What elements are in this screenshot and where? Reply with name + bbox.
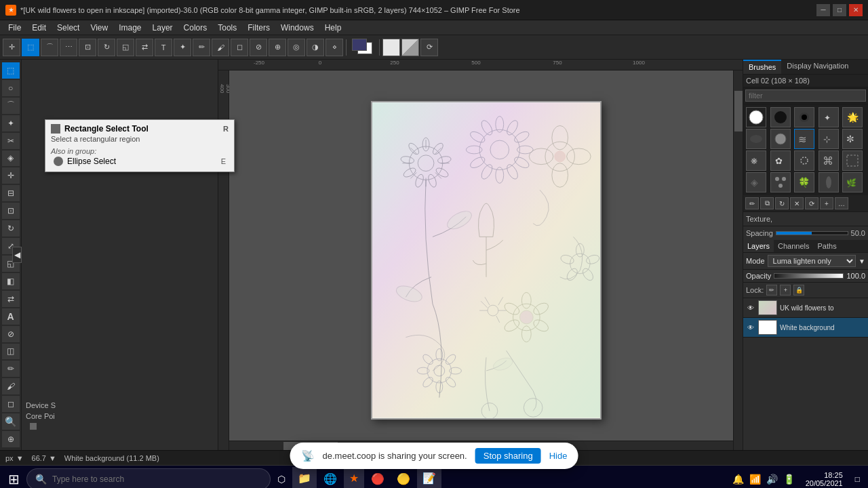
- toolbox-move[interactable]: ✛: [2, 167, 20, 184]
- brush-edit-btn[interactable]: ✏: [745, 197, 759, 209]
- tool-swap[interactable]: ⟳: [420, 39, 438, 56]
- taskbar-app2[interactable]: 🟡: [391, 467, 416, 489]
- brush-cell-5[interactable]: 🌟: [842, 107, 863, 127]
- menu-image[interactable]: Image: [113, 22, 146, 34]
- brush-cell-6[interactable]: [746, 129, 766, 149]
- tray-wifi-icon[interactable]: 📶: [748, 472, 762, 486]
- tool-crop[interactable]: ⊡: [79, 39, 96, 56]
- brush-refresh-btn[interactable]: ↻: [775, 197, 789, 209]
- tray-notifications-icon[interactable]: 🔔: [731, 472, 745, 486]
- foreground-color-swatch[interactable]: [352, 39, 367, 51]
- foreground-pattern[interactable]: [382, 39, 400, 56]
- tool-dodge[interactable]: ◑: [307, 39, 324, 56]
- taskbar-chrome[interactable]: 🔴: [366, 467, 390, 489]
- toolbox-crop[interactable]: ⊡: [2, 203, 20, 219]
- brush-cell-14[interactable]: ⌘: [818, 150, 839, 171]
- brush-cell-1[interactable]: [746, 107, 766, 127]
- menu-layer[interactable]: Layer: [147, 22, 178, 34]
- taskbar-file-explorer[interactable]: 📁: [292, 467, 317, 489]
- toolbox-text[interactable]: A: [2, 308, 20, 325]
- search-input[interactable]: [52, 474, 188, 484]
- tab-channels[interactable]: Channels: [774, 240, 813, 252]
- tool-clone[interactable]: ⊕: [269, 39, 286, 56]
- menu-help[interactable]: Help: [319, 22, 347, 34]
- tool-bucket[interactable]: ⊘: [250, 39, 267, 56]
- brush-filter-input[interactable]: [745, 89, 866, 102]
- tool-erase[interactable]: ◻: [231, 39, 248, 56]
- brush-delete-btn[interactable]: ✕: [790, 197, 804, 209]
- tool-lasso[interactable]: ⌒: [41, 39, 58, 56]
- toolbox-pencil[interactable]: ✏: [2, 361, 20, 377]
- brush-reload-btn[interactable]: ⟳: [805, 197, 818, 209]
- toolbox-fg-select[interactable]: ◈: [2, 150, 20, 167]
- brush-cell-4[interactable]: ✦: [818, 107, 839, 127]
- canvas-scroll[interactable]: 100 200 300 400: [218, 70, 743, 450]
- panel-collapse-arrow[interactable]: ◀: [12, 247, 22, 263]
- toolbox-align[interactable]: ⊟: [2, 185, 20, 201]
- toolbox-fuzzy[interactable]: ✦: [2, 115, 20, 131]
- unit-dropdown[interactable]: ▼: [16, 454, 24, 462]
- brush-cell-3[interactable]: [794, 107, 814, 127]
- tab-paths[interactable]: Paths: [814, 240, 841, 252]
- taskbar-word[interactable]: 📝: [417, 467, 441, 489]
- toolbox-transform[interactable]: ↻: [2, 220, 20, 237]
- toolbox-paint[interactable]: 🖌: [2, 378, 20, 394]
- toolbox-erase[interactable]: ◻: [2, 396, 20, 412]
- menu-view[interactable]: View: [85, 22, 113, 34]
- toolbox-bucket[interactable]: ⊘: [2, 326, 20, 342]
- tool-pencil[interactable]: ✏: [193, 39, 210, 56]
- menu-filters[interactable]: Filters: [242, 22, 275, 34]
- toolbox-perspective[interactable]: ◧: [2, 273, 20, 289]
- tool-fuzzy[interactable]: ⋯: [60, 39, 77, 56]
- brush-cell-20[interactable]: 🌿: [842, 172, 863, 192]
- brush-cell-15[interactable]: [842, 150, 863, 171]
- toolbox-ellipse[interactable]: ○: [2, 80, 20, 96]
- color-swatches[interactable]: [352, 39, 376, 56]
- start-button[interactable]: ⊞: [3, 467, 25, 489]
- brush-cell-7[interactable]: [770, 129, 791, 149]
- brush-cell-12[interactable]: ✿: [770, 150, 791, 171]
- brush-cell-9[interactable]: ⊹: [818, 129, 839, 149]
- stop-sharing-button[interactable]: Stop sharing: [475, 448, 541, 464]
- menu-edit[interactable]: Edit: [26, 22, 52, 34]
- toolbox-rect-select[interactable]: ⬚: [2, 62, 20, 79]
- show-desktop-button[interactable]: □: [850, 467, 865, 489]
- lock-all-btn[interactable]: 🔒: [793, 285, 804, 296]
- toolbox-free-select[interactable]: ⌒: [2, 98, 20, 114]
- brush-cell-16[interactable]: ◈: [746, 172, 766, 192]
- brush-cell-19[interactable]: [818, 172, 839, 192]
- tool-rect-select[interactable]: ⬚: [22, 39, 39, 56]
- layer-row-white-bg[interactable]: 👁 White background: [743, 318, 868, 338]
- tool-move[interactable]: ✛: [3, 39, 20, 56]
- menu-tools[interactable]: Tools: [212, 22, 242, 34]
- layer-eye-white-bg[interactable]: 👁: [746, 323, 755, 332]
- close-button[interactable]: ✕: [849, 4, 863, 16]
- task-view-button[interactable]: ⬡: [272, 467, 291, 489]
- tab-display[interactable]: Display Navigation: [781, 60, 854, 74]
- opacity-bar[interactable]: [774, 273, 844, 279]
- toolbox-zoom[interactable]: 🔍: [2, 413, 20, 430]
- taskbar-gimp[interactable]: ★: [344, 467, 364, 489]
- background-pattern[interactable]: [401, 39, 419, 56]
- hide-button[interactable]: Hide: [549, 451, 568, 461]
- tool-paint[interactable]: 🖌: [212, 39, 229, 56]
- taskbar-edge[interactable]: 🌐: [318, 467, 342, 489]
- scrollbar-thumb[interactable]: [734, 91, 743, 131]
- minimize-button[interactable]: ─: [816, 4, 830, 16]
- tool-blur[interactable]: ◎: [288, 39, 305, 56]
- brush-cell-10[interactable]: ✼: [842, 129, 863, 149]
- brush-cell-11[interactable]: ❋: [746, 150, 766, 171]
- taskbar-search[interactable]: 🔍: [26, 468, 271, 489]
- mode-select[interactable]: Luma lighten only Normal Multiply Screen: [768, 255, 856, 267]
- window-controls[interactable]: ─ □ ✕: [816, 4, 863, 16]
- brush-info-btn[interactable]: …: [835, 197, 848, 209]
- toolbox-blend[interactable]: ◫: [2, 344, 20, 360]
- taskbar-clock[interactable]: 18:25 20/05/2021: [800, 471, 848, 487]
- zoom-dropdown[interactable]: ▼: [49, 454, 56, 462]
- tool-flip[interactable]: ⇄: [136, 39, 153, 56]
- brush-add-btn[interactable]: +: [820, 197, 833, 209]
- lock-position-btn[interactable]: +: [780, 285, 791, 296]
- brush-cell-2[interactable]: [770, 107, 791, 127]
- brush-duplicate-btn[interactable]: ⧉: [760, 197, 774, 209]
- menu-select[interactable]: Select: [52, 22, 85, 34]
